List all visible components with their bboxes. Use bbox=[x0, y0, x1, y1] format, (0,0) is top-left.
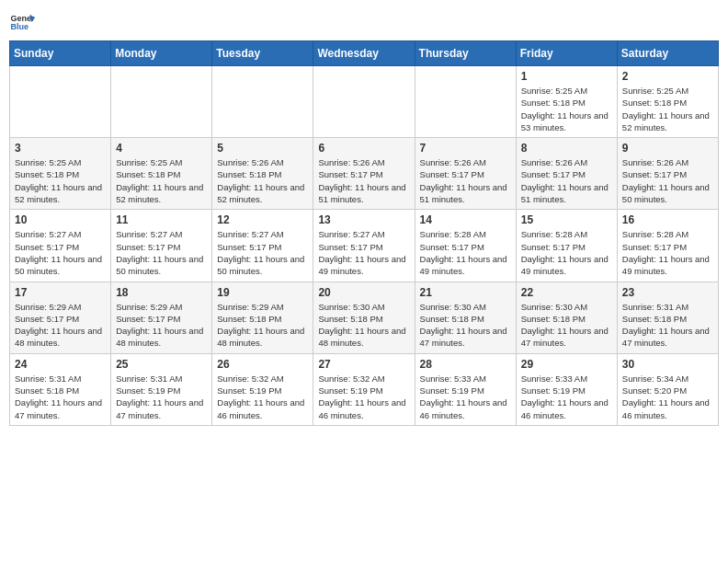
day-number: 21 bbox=[420, 286, 511, 299]
calendar-cell: 18Sunrise: 5:29 AM Sunset: 5:17 PM Dayli… bbox=[111, 282, 212, 353]
calendar-cell: 12Sunrise: 5:27 AM Sunset: 5:17 PM Dayli… bbox=[212, 210, 313, 282]
day-info: Sunrise: 5:33 AM Sunset: 5:19 PM Dayligh… bbox=[521, 373, 612, 421]
calendar-cell: 28Sunrise: 5:33 AM Sunset: 5:19 PM Dayli… bbox=[415, 353, 516, 425]
logo-icon: General Blue bbox=[9, 9, 35, 35]
day-info: Sunrise: 5:26 AM Sunset: 5:17 PM Dayligh… bbox=[420, 156, 511, 205]
logo: General Blue bbox=[9, 9, 35, 35]
day-number: 2 bbox=[622, 70, 713, 83]
day-number: 18 bbox=[116, 286, 207, 299]
day-number: 20 bbox=[318, 286, 409, 299]
day-number: 13 bbox=[318, 213, 409, 226]
day-info: Sunrise: 5:25 AM Sunset: 5:18 PM Dayligh… bbox=[521, 85, 612, 133]
day-info: Sunrise: 5:27 AM Sunset: 5:17 PM Dayligh… bbox=[318, 228, 409, 277]
day-info: Sunrise: 5:25 AM Sunset: 5:18 PM Dayligh… bbox=[15, 156, 106, 205]
calendar-cell: 5Sunrise: 5:26 AM Sunset: 5:18 PM Daylig… bbox=[212, 138, 313, 210]
day-info: Sunrise: 5:30 AM Sunset: 5:18 PM Dayligh… bbox=[521, 301, 612, 350]
day-info: Sunrise: 5:27 AM Sunset: 5:17 PM Dayligh… bbox=[116, 228, 207, 277]
calendar-cell: 3Sunrise: 5:25 AM Sunset: 5:18 PM Daylig… bbox=[10, 138, 111, 210]
day-info: Sunrise: 5:31 AM Sunset: 5:19 PM Dayligh… bbox=[116, 373, 207, 421]
calendar-cell: 10Sunrise: 5:27 AM Sunset: 5:17 PM Dayli… bbox=[10, 210, 111, 282]
calendar-cell: 26Sunrise: 5:32 AM Sunset: 5:19 PM Dayli… bbox=[212, 353, 313, 425]
day-number: 9 bbox=[622, 142, 713, 155]
weekday-header-thursday: Thursday bbox=[415, 41, 516, 66]
weekday-header-tuesday: Tuesday bbox=[212, 41, 313, 66]
day-number: 26 bbox=[217, 358, 308, 371]
day-info: Sunrise: 5:29 AM Sunset: 5:17 PM Dayligh… bbox=[116, 301, 207, 350]
day-info: Sunrise: 5:27 AM Sunset: 5:17 PM Dayligh… bbox=[15, 228, 106, 277]
calendar-cell: 9Sunrise: 5:26 AM Sunset: 5:17 PM Daylig… bbox=[617, 138, 718, 210]
calendar-cell: 20Sunrise: 5:30 AM Sunset: 5:18 PM Dayli… bbox=[313, 282, 415, 353]
weekday-header-saturday: Saturday bbox=[617, 41, 718, 66]
day-number: 25 bbox=[116, 358, 207, 371]
day-info: Sunrise: 5:28 AM Sunset: 5:17 PM Dayligh… bbox=[521, 228, 612, 277]
day-info: Sunrise: 5:32 AM Sunset: 5:19 PM Dayligh… bbox=[318, 373, 409, 421]
day-info: Sunrise: 5:29 AM Sunset: 5:18 PM Dayligh… bbox=[217, 301, 308, 350]
day-info: Sunrise: 5:28 AM Sunset: 5:17 PM Dayligh… bbox=[420, 228, 511, 277]
calendar-cell: 8Sunrise: 5:26 AM Sunset: 5:17 PM Daylig… bbox=[516, 138, 617, 210]
calendar-cell bbox=[10, 66, 111, 138]
day-info: Sunrise: 5:27 AM Sunset: 5:17 PM Dayligh… bbox=[217, 228, 308, 277]
calendar-cell: 22Sunrise: 5:30 AM Sunset: 5:18 PM Dayli… bbox=[516, 282, 617, 353]
calendar-cell: 6Sunrise: 5:26 AM Sunset: 5:17 PM Daylig… bbox=[313, 138, 415, 210]
page-header: General Blue bbox=[9, 9, 719, 35]
weekday-header-wednesday: Wednesday bbox=[313, 41, 415, 66]
day-number: 29 bbox=[521, 358, 612, 371]
calendar-cell: 17Sunrise: 5:29 AM Sunset: 5:17 PM Dayli… bbox=[10, 282, 111, 353]
day-info: Sunrise: 5:29 AM Sunset: 5:17 PM Dayligh… bbox=[15, 301, 106, 350]
calendar-cell bbox=[111, 66, 212, 138]
calendar-cell: 30Sunrise: 5:34 AM Sunset: 5:20 PM Dayli… bbox=[617, 353, 718, 425]
weekday-header-monday: Monday bbox=[111, 41, 212, 66]
day-info: Sunrise: 5:30 AM Sunset: 5:18 PM Dayligh… bbox=[420, 301, 511, 350]
calendar-cell: 4Sunrise: 5:25 AM Sunset: 5:18 PM Daylig… bbox=[111, 138, 212, 210]
day-number: 1 bbox=[521, 70, 612, 83]
day-info: Sunrise: 5:30 AM Sunset: 5:18 PM Dayligh… bbox=[318, 301, 409, 350]
week-row-4: 17Sunrise: 5:29 AM Sunset: 5:17 PM Dayli… bbox=[10, 282, 719, 353]
weekday-header-sunday: Sunday bbox=[10, 41, 111, 66]
day-info: Sunrise: 5:31 AM Sunset: 5:18 PM Dayligh… bbox=[15, 373, 106, 421]
svg-text:Blue: Blue bbox=[10, 22, 28, 31]
day-info: Sunrise: 5:26 AM Sunset: 5:17 PM Dayligh… bbox=[521, 156, 612, 205]
day-number: 28 bbox=[420, 358, 511, 371]
week-row-5: 24Sunrise: 5:31 AM Sunset: 5:18 PM Dayli… bbox=[10, 353, 719, 425]
calendar-cell: 29Sunrise: 5:33 AM Sunset: 5:19 PM Dayli… bbox=[516, 353, 617, 425]
day-number: 19 bbox=[217, 286, 308, 299]
calendar-cell: 21Sunrise: 5:30 AM Sunset: 5:18 PM Dayli… bbox=[415, 282, 516, 353]
day-number: 22 bbox=[521, 286, 612, 299]
calendar-cell: 16Sunrise: 5:28 AM Sunset: 5:17 PM Dayli… bbox=[617, 210, 718, 282]
calendar-cell: 2Sunrise: 5:25 AM Sunset: 5:18 PM Daylig… bbox=[617, 66, 718, 138]
day-number: 10 bbox=[15, 213, 106, 226]
day-number: 17 bbox=[15, 286, 106, 299]
weekday-header-friday: Friday bbox=[516, 41, 617, 66]
calendar-cell: 1Sunrise: 5:25 AM Sunset: 5:18 PM Daylig… bbox=[516, 66, 617, 138]
calendar-cell: 14Sunrise: 5:28 AM Sunset: 5:17 PM Dayli… bbox=[415, 210, 516, 282]
day-number: 27 bbox=[318, 358, 409, 371]
calendar-table: SundayMondayTuesdayWednesdayThursdayFrid… bbox=[9, 40, 719, 426]
weekday-header-row: SundayMondayTuesdayWednesdayThursdayFrid… bbox=[10, 41, 719, 66]
calendar-cell: 25Sunrise: 5:31 AM Sunset: 5:19 PM Dayli… bbox=[111, 353, 212, 425]
day-info: Sunrise: 5:26 AM Sunset: 5:17 PM Dayligh… bbox=[622, 156, 713, 205]
day-info: Sunrise: 5:25 AM Sunset: 5:18 PM Dayligh… bbox=[116, 156, 207, 205]
calendar-cell: 23Sunrise: 5:31 AM Sunset: 5:18 PM Dayli… bbox=[617, 282, 718, 353]
day-number: 24 bbox=[15, 358, 106, 371]
calendar-cell: 7Sunrise: 5:26 AM Sunset: 5:17 PM Daylig… bbox=[415, 138, 516, 210]
calendar-cell: 15Sunrise: 5:28 AM Sunset: 5:17 PM Dayli… bbox=[516, 210, 617, 282]
day-info: Sunrise: 5:25 AM Sunset: 5:18 PM Dayligh… bbox=[622, 85, 713, 133]
calendar-cell bbox=[313, 66, 415, 138]
calendar-cell: 27Sunrise: 5:32 AM Sunset: 5:19 PM Dayli… bbox=[313, 353, 415, 425]
day-info: Sunrise: 5:28 AM Sunset: 5:17 PM Dayligh… bbox=[622, 228, 713, 277]
day-info: Sunrise: 5:33 AM Sunset: 5:19 PM Dayligh… bbox=[420, 373, 511, 421]
day-number: 15 bbox=[521, 213, 612, 226]
day-number: 23 bbox=[622, 286, 713, 299]
day-number: 6 bbox=[318, 142, 409, 155]
day-number: 8 bbox=[521, 142, 612, 155]
day-info: Sunrise: 5:31 AM Sunset: 5:18 PM Dayligh… bbox=[622, 301, 713, 350]
day-number: 16 bbox=[622, 213, 713, 226]
calendar-cell: 13Sunrise: 5:27 AM Sunset: 5:17 PM Dayli… bbox=[313, 210, 415, 282]
week-row-2: 3Sunrise: 5:25 AM Sunset: 5:18 PM Daylig… bbox=[10, 138, 719, 210]
day-info: Sunrise: 5:26 AM Sunset: 5:18 PM Dayligh… bbox=[217, 156, 308, 205]
day-number: 3 bbox=[15, 142, 106, 155]
week-row-1: 1Sunrise: 5:25 AM Sunset: 5:18 PM Daylig… bbox=[10, 66, 719, 138]
day-number: 4 bbox=[116, 142, 207, 155]
day-number: 5 bbox=[217, 142, 308, 155]
day-number: 12 bbox=[217, 213, 308, 226]
